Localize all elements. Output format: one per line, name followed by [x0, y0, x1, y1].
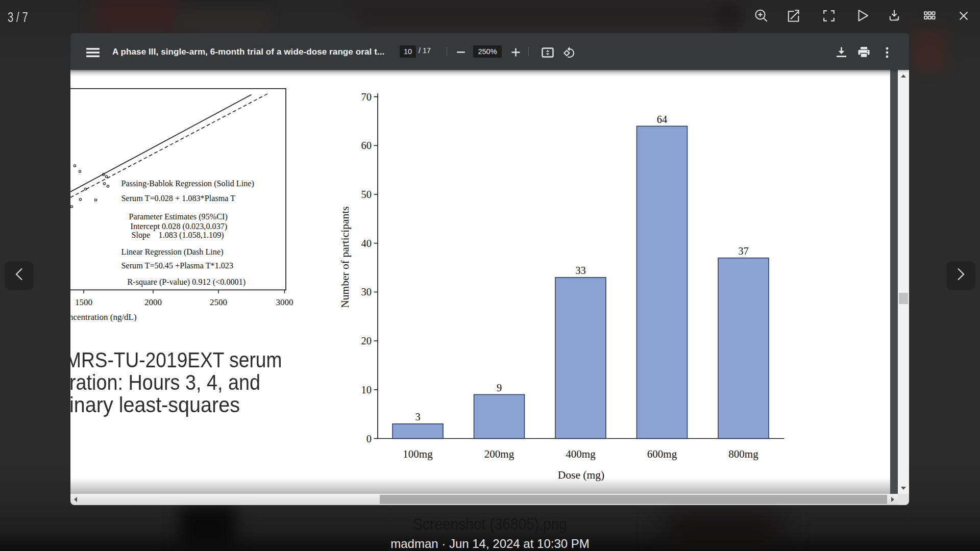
svg-text:100mg: 100mg [403, 448, 433, 460]
svg-text:2000: 2000 [144, 297, 162, 307]
svg-text:1500: 1500 [75, 297, 92, 307]
svg-text:60: 60 [361, 140, 372, 151]
svg-text:R-square (P-value) 0.912 (<0.0: R-square (P-value) 0.912 (<0.0001) [128, 278, 246, 287]
svg-text:20: 20 [361, 335, 372, 346]
svg-text:50: 50 [361, 189, 372, 200]
svg-text:40: 40 [361, 238, 372, 249]
svg-text:Intercept 0.028 (0.023,0.037): Intercept 0.028 (0.023,0.037) [131, 222, 228, 231]
svg-text:Passing-Bablok Regression (Sol: Passing-Bablok Regression (Solid Line) [121, 179, 254, 188]
svg-text:3000: 3000 [276, 297, 293, 307]
svg-text:Parameter Estimates (95%CI): Parameter Estimates (95%CI) [129, 212, 228, 221]
svg-text:2500: 2500 [210, 297, 227, 307]
svg-text:30: 30 [361, 286, 372, 297]
svg-text:37: 37 [738, 245, 749, 257]
svg-text:Serum T=0.028 + 1.083*Plasma T: Serum T=0.028 + 1.083*Plasma T [121, 194, 236, 203]
svg-text:70: 70 [361, 91, 372, 103]
svg-text:200mg: 200mg [484, 448, 514, 460]
svg-text:10: 10 [361, 384, 372, 395]
svg-text:33: 33 [575, 265, 586, 276]
svg-text:64: 64 [657, 114, 668, 125]
svg-text:9: 9 [497, 382, 502, 393]
svg-text:Slope 1.083 (1.058,1.109): Slope 1.083 (1.058,1.109) [132, 231, 224, 240]
svg-text:3: 3 [415, 411, 420, 422]
svg-text:400mg: 400mg [566, 448, 596, 460]
svg-text:Serum T=50.45 +Plasma T*1.023: Serum T=50.45 +Plasma T*1.023 [121, 261, 234, 270]
svg-text:0: 0 [366, 433, 372, 444]
svg-text:800mg: 800mg [728, 448, 758, 460]
svg-text:Linear Regression (Dash Line): Linear Regression (Dash Line) [121, 247, 224, 257]
svg-text:Number of participants: Number of participants [339, 206, 351, 308]
svg-text:ncentration (ng/dL): ncentration (ng/dL) [70, 312, 137, 322]
svg-text:600mg: 600mg [647, 448, 677, 460]
